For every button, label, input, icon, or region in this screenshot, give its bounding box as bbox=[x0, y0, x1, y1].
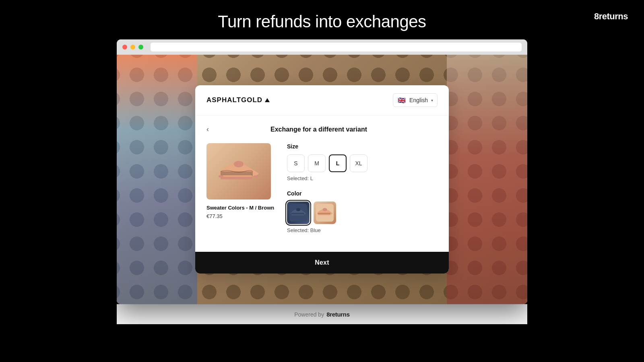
modal-title: Exchange for a different variant bbox=[212, 126, 438, 133]
svg-rect-6 bbox=[291, 213, 304, 214]
size-button-xl[interactable]: XL bbox=[350, 154, 367, 172]
size-buttons: S M L XL bbox=[287, 154, 438, 172]
powered-by-logo: 8returns bbox=[326, 311, 350, 318]
svg-rect-4 bbox=[254, 175, 259, 177]
window-minimize-dot[interactable] bbox=[130, 45, 135, 49]
size-button-m[interactable]: M bbox=[308, 154, 326, 172]
address-bar bbox=[151, 43, 522, 51]
color-swatch-blue[interactable] bbox=[287, 202, 310, 224]
product-sweater-illustration bbox=[217, 149, 261, 193]
modal-body: ‹ Exchange for a different variant bbox=[195, 115, 449, 252]
color-swatches bbox=[287, 202, 438, 224]
svg-rect-2 bbox=[221, 177, 253, 179]
brand-logo-text: 8returns bbox=[594, 11, 628, 22]
product-image bbox=[206, 143, 271, 200]
chevron-down-icon: ▾ bbox=[431, 98, 433, 103]
size-option-group: Size S M L XL Selected: L bbox=[287, 143, 438, 181]
color-option-group: Color bbox=[287, 190, 438, 233]
svg-rect-9 bbox=[318, 213, 330, 214]
language-text: English bbox=[409, 97, 428, 103]
color-swatch-brown[interactable] bbox=[314, 202, 336, 224]
modal-footer: Next bbox=[195, 252, 449, 274]
next-button[interactable]: Next bbox=[195, 252, 449, 274]
flag-icon: 🇬🇧 bbox=[397, 96, 406, 105]
powered-by-text: Powered by bbox=[294, 311, 324, 318]
svg-point-7 bbox=[296, 208, 301, 211]
size-button-s[interactable]: S bbox=[287, 154, 305, 172]
swatch-blue-sweater-icon bbox=[289, 204, 307, 222]
window-maximize-dot[interactable] bbox=[138, 45, 143, 49]
brand-triangle-icon bbox=[265, 98, 270, 102]
size-label: Size bbox=[287, 143, 438, 150]
browser-window: ASPHALTGOLD 🇬🇧 English ▾ bbox=[117, 39, 527, 304]
svg-rect-3 bbox=[219, 175, 223, 177]
swatch-brown-sweater-icon bbox=[316, 204, 334, 222]
page-title: Turn refunds into exchanges bbox=[218, 12, 426, 31]
size-selected-text: Selected: L bbox=[287, 175, 438, 181]
modal-overlay: ASPHALTGOLD 🇬🇧 English ▾ bbox=[117, 55, 527, 304]
product-price: €77.35 bbox=[206, 213, 275, 219]
window-close-dot[interactable] bbox=[122, 45, 127, 49]
browser-titlebar bbox=[117, 39, 527, 55]
color-selected-text: Selected: Blue bbox=[287, 227, 438, 233]
store-brand-name: ASPHALTGOLD bbox=[206, 96, 270, 104]
size-button-l[interactable]: L bbox=[329, 154, 347, 172]
product-image-area: Sweater Colors - M / Brown €77.35 bbox=[206, 143, 275, 242]
modal-nav: ‹ Exchange for a different variant bbox=[206, 123, 438, 135]
bottom-bar: Powered by 8returns bbox=[117, 304, 527, 324]
svg-rect-1 bbox=[221, 171, 253, 175]
exchange-modal: ASPHALTGOLD 🇬🇧 English ▾ bbox=[195, 85, 449, 274]
product-name: Sweater Colors - M / Brown bbox=[206, 204, 275, 212]
browser-content: ASPHALTGOLD 🇬🇧 English ▾ bbox=[117, 55, 527, 304]
brand-logo-top-right: 8returns bbox=[594, 11, 628, 22]
color-label: Color bbox=[287, 190, 438, 197]
product-options: Size S M L XL Selected: L bbox=[287, 143, 438, 242]
svg-point-0 bbox=[234, 161, 244, 167]
product-layout: Sweater Colors - M / Brown €77.35 Size S… bbox=[206, 143, 438, 242]
modal-header: ASPHALTGOLD 🇬🇧 English ▾ bbox=[195, 85, 449, 115]
back-button[interactable]: ‹ bbox=[206, 123, 212, 135]
language-selector[interactable]: 🇬🇧 English ▾ bbox=[393, 93, 438, 107]
svg-point-10 bbox=[323, 208, 327, 211]
